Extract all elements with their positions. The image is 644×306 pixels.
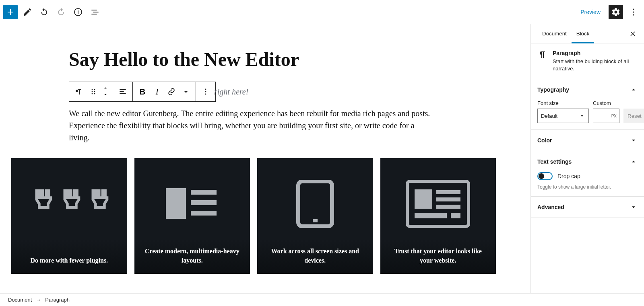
custom-label: Custom	[593, 100, 619, 106]
breadcrumb: Document → Paragraph	[0, 293, 644, 306]
more-menu-button[interactable]	[626, 5, 641, 19]
svg-point-4	[633, 11, 634, 12]
svg-point-12	[205, 89, 206, 90]
breadcrumb-document[interactable]: Document	[8, 297, 32, 303]
block-type-button[interactable]	[72, 84, 86, 100]
tab-block[interactable]: Block	[572, 24, 594, 43]
svg-point-5	[633, 14, 634, 15]
chevron-down-icon	[630, 203, 638, 211]
svg-point-14	[205, 94, 206, 95]
svg-rect-26	[415, 213, 447, 218]
info-button[interactable]	[71, 5, 85, 19]
svg-point-2	[78, 10, 78, 10]
block-info-desc: Start with the building block of all nar…	[553, 58, 638, 72]
feature-card-layouts[interactable]: Create modern, multimedia-heavy layouts.	[134, 158, 250, 274]
svg-point-7	[94, 89, 95, 90]
text-settings-panel-toggle[interactable]: Text settings	[531, 151, 644, 172]
paragraph-block[interactable]: We call the new editor Gutenberg. The en…	[69, 107, 435, 144]
custom-font-size-input[interactable]: PX	[593, 109, 619, 123]
drag-handle[interactable]	[86, 84, 101, 100]
svg-rect-24	[436, 197, 460, 201]
svg-rect-27	[451, 213, 460, 218]
edit-mode-button[interactable]	[20, 5, 35, 19]
font-size-label: Font size	[537, 100, 589, 106]
svg-point-6	[92, 89, 93, 90]
block-info-title: Paragraph	[553, 50, 638, 56]
breadcrumb-current[interactable]: Paragraph	[45, 297, 70, 303]
svg-rect-15	[166, 188, 186, 219]
preview-button[interactable]: Preview	[576, 9, 605, 15]
chevron-up-icon	[630, 158, 638, 166]
typography-panel-toggle[interactable]: Typography	[531, 79, 644, 100]
feature-card-plugins[interactable]: Do more with fewer plugins.	[11, 158, 127, 274]
feature-card-responsive[interactable]: Work across all screen sizes and devices…	[257, 158, 373, 274]
outline-button[interactable]	[88, 5, 102, 19]
tablet-icon	[257, 158, 373, 250]
advanced-panel-toggle[interactable]: Advanced	[531, 197, 644, 218]
page-title[interactable]: Say Hello to the New Editor	[69, 48, 496, 70]
close-sidebar-button[interactable]	[628, 29, 638, 39]
svg-point-11	[94, 93, 95, 94]
card-caption: Do more with fewer plugins.	[30, 256, 108, 265]
link-button[interactable]	[164, 84, 179, 100]
block-toolbar: B I	[69, 82, 216, 102]
layout-icon	[134, 158, 250, 250]
move-down-button[interactable]	[101, 92, 110, 98]
align-button[interactable]	[116, 84, 130, 100]
undo-button[interactable]	[37, 5, 52, 19]
bold-button[interactable]: B	[135, 84, 150, 100]
paragraph-icon	[537, 50, 547, 72]
block-more-button[interactable]	[198, 84, 213, 100]
chevron-up-icon	[630, 86, 638, 94]
svg-rect-17	[191, 200, 217, 205]
color-panel-toggle[interactable]: Color	[531, 130, 644, 151]
italic-button[interactable]: I	[150, 84, 164, 100]
svg-point-13	[205, 91, 206, 92]
svg-point-8	[92, 91, 93, 92]
chevron-down-icon	[630, 136, 638, 144]
more-formatting-button[interactable]	[179, 84, 193, 100]
svg-point-9	[94, 91, 95, 92]
top-toolbar: Preview	[0, 0, 644, 24]
svg-rect-18	[191, 211, 217, 216]
move-up-button[interactable]	[101, 85, 110, 92]
svg-point-10	[92, 93, 93, 94]
font-size-select[interactable]: Default	[537, 109, 589, 123]
arrow-right-icon: →	[36, 297, 41, 303]
feature-cards: Do more with fewer plugins. Create moder…	[11, 158, 496, 274]
svg-rect-20	[313, 219, 318, 222]
svg-rect-1	[78, 11, 78, 14]
svg-rect-23	[436, 190, 460, 194]
add-block-button[interactable]	[3, 5, 18, 19]
chevron-down-icon	[579, 113, 585, 119]
svg-rect-22	[415, 189, 432, 209]
drop-cap-toggle[interactable]	[537, 172, 553, 180]
svg-rect-25	[436, 205, 460, 209]
plug-icon	[11, 158, 127, 250]
redo-button[interactable]	[54, 5, 68, 19]
settings-sidebar: Document Block Paragraph Start with the …	[530, 24, 644, 293]
svg-rect-16	[191, 190, 217, 195]
hint-text: right here!	[214, 87, 248, 97]
svg-point-3	[633, 8, 634, 10]
drop-cap-help: Toggle to show a large initial letter.	[537, 184, 638, 190]
reset-font-size-button[interactable]: Reset	[623, 109, 644, 123]
feature-card-wysiwyg[interactable]: Trust that your editor looks like your w…	[380, 158, 496, 274]
window-icon	[380, 158, 496, 250]
tab-document[interactable]: Document	[537, 24, 572, 43]
settings-button[interactable]	[609, 5, 623, 19]
drop-cap-label: Drop cap	[557, 173, 580, 179]
